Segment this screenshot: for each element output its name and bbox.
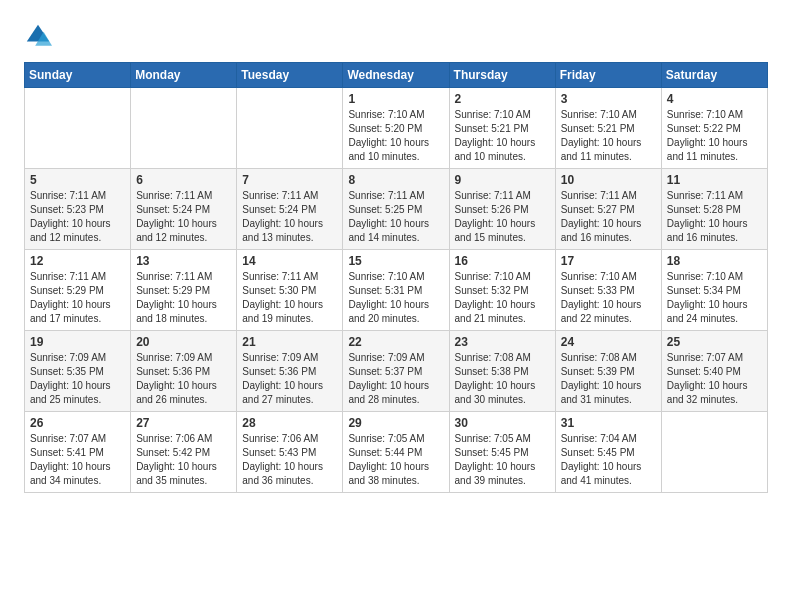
calendar-day-cell: 10Sunrise: 7:11 AM Sunset: 5:27 PM Dayli… bbox=[555, 169, 661, 250]
calendar-day-header: Sunday bbox=[25, 63, 131, 88]
calendar-header-row: SundayMondayTuesdayWednesdayThursdayFrid… bbox=[25, 63, 768, 88]
calendar-day-cell: 7Sunrise: 7:11 AM Sunset: 5:24 PM Daylig… bbox=[237, 169, 343, 250]
calendar-week-row: 1Sunrise: 7:10 AM Sunset: 5:20 PM Daylig… bbox=[25, 88, 768, 169]
calendar-week-row: 19Sunrise: 7:09 AM Sunset: 5:35 PM Dayli… bbox=[25, 331, 768, 412]
calendar-day-cell: 16Sunrise: 7:10 AM Sunset: 5:32 PM Dayli… bbox=[449, 250, 555, 331]
day-info: Sunrise: 7:10 AM Sunset: 5:32 PM Dayligh… bbox=[455, 270, 550, 326]
day-info: Sunrise: 7:11 AM Sunset: 5:29 PM Dayligh… bbox=[30, 270, 125, 326]
day-info: Sunrise: 7:11 AM Sunset: 5:24 PM Dayligh… bbox=[136, 189, 231, 245]
calendar-day-cell: 9Sunrise: 7:11 AM Sunset: 5:26 PM Daylig… bbox=[449, 169, 555, 250]
day-number: 1 bbox=[348, 92, 443, 106]
day-number: 25 bbox=[667, 335, 762, 349]
day-info: Sunrise: 7:11 AM Sunset: 5:29 PM Dayligh… bbox=[136, 270, 231, 326]
day-info: Sunrise: 7:10 AM Sunset: 5:21 PM Dayligh… bbox=[561, 108, 656, 164]
calendar-day-cell: 6Sunrise: 7:11 AM Sunset: 5:24 PM Daylig… bbox=[131, 169, 237, 250]
day-info: Sunrise: 7:09 AM Sunset: 5:35 PM Dayligh… bbox=[30, 351, 125, 407]
logo bbox=[24, 20, 56, 50]
logo-icon bbox=[24, 22, 52, 50]
day-info: Sunrise: 7:08 AM Sunset: 5:38 PM Dayligh… bbox=[455, 351, 550, 407]
day-number: 9 bbox=[455, 173, 550, 187]
day-info: Sunrise: 7:10 AM Sunset: 5:31 PM Dayligh… bbox=[348, 270, 443, 326]
day-number: 30 bbox=[455, 416, 550, 430]
calendar-day-cell: 28Sunrise: 7:06 AM Sunset: 5:43 PM Dayli… bbox=[237, 412, 343, 493]
day-number: 28 bbox=[242, 416, 337, 430]
day-number: 13 bbox=[136, 254, 231, 268]
calendar-day-cell: 25Sunrise: 7:07 AM Sunset: 5:40 PM Dayli… bbox=[661, 331, 767, 412]
day-info: Sunrise: 7:11 AM Sunset: 5:26 PM Dayligh… bbox=[455, 189, 550, 245]
day-number: 26 bbox=[30, 416, 125, 430]
day-number: 22 bbox=[348, 335, 443, 349]
day-number: 23 bbox=[455, 335, 550, 349]
day-number: 16 bbox=[455, 254, 550, 268]
day-number: 4 bbox=[667, 92, 762, 106]
day-number: 29 bbox=[348, 416, 443, 430]
calendar-day-cell: 27Sunrise: 7:06 AM Sunset: 5:42 PM Dayli… bbox=[131, 412, 237, 493]
day-info: Sunrise: 7:11 AM Sunset: 5:23 PM Dayligh… bbox=[30, 189, 125, 245]
calendar-day-cell: 1Sunrise: 7:10 AM Sunset: 5:20 PM Daylig… bbox=[343, 88, 449, 169]
day-info: Sunrise: 7:06 AM Sunset: 5:43 PM Dayligh… bbox=[242, 432, 337, 488]
day-number: 12 bbox=[30, 254, 125, 268]
day-number: 14 bbox=[242, 254, 337, 268]
calendar-day-cell bbox=[661, 412, 767, 493]
day-info: Sunrise: 7:11 AM Sunset: 5:27 PM Dayligh… bbox=[561, 189, 656, 245]
calendar-day-header: Tuesday bbox=[237, 63, 343, 88]
day-info: Sunrise: 7:10 AM Sunset: 5:34 PM Dayligh… bbox=[667, 270, 762, 326]
day-number: 11 bbox=[667, 173, 762, 187]
calendar-day-header: Wednesday bbox=[343, 63, 449, 88]
day-number: 3 bbox=[561, 92, 656, 106]
calendar-day-cell: 29Sunrise: 7:05 AM Sunset: 5:44 PM Dayli… bbox=[343, 412, 449, 493]
calendar-day-cell: 18Sunrise: 7:10 AM Sunset: 5:34 PM Dayli… bbox=[661, 250, 767, 331]
day-number: 31 bbox=[561, 416, 656, 430]
day-info: Sunrise: 7:11 AM Sunset: 5:28 PM Dayligh… bbox=[667, 189, 762, 245]
day-info: Sunrise: 7:11 AM Sunset: 5:24 PM Dayligh… bbox=[242, 189, 337, 245]
day-info: Sunrise: 7:10 AM Sunset: 5:33 PM Dayligh… bbox=[561, 270, 656, 326]
calendar-week-row: 12Sunrise: 7:11 AM Sunset: 5:29 PM Dayli… bbox=[25, 250, 768, 331]
day-number: 2 bbox=[455, 92, 550, 106]
calendar-week-row: 26Sunrise: 7:07 AM Sunset: 5:41 PM Dayli… bbox=[25, 412, 768, 493]
day-info: Sunrise: 7:04 AM Sunset: 5:45 PM Dayligh… bbox=[561, 432, 656, 488]
day-info: Sunrise: 7:11 AM Sunset: 5:30 PM Dayligh… bbox=[242, 270, 337, 326]
day-number: 15 bbox=[348, 254, 443, 268]
day-number: 10 bbox=[561, 173, 656, 187]
day-info: Sunrise: 7:10 AM Sunset: 5:20 PM Dayligh… bbox=[348, 108, 443, 164]
calendar-day-cell: 30Sunrise: 7:05 AM Sunset: 5:45 PM Dayli… bbox=[449, 412, 555, 493]
day-number: 20 bbox=[136, 335, 231, 349]
day-number: 8 bbox=[348, 173, 443, 187]
header bbox=[24, 20, 768, 50]
calendar-day-cell: 17Sunrise: 7:10 AM Sunset: 5:33 PM Dayli… bbox=[555, 250, 661, 331]
calendar-day-cell: 12Sunrise: 7:11 AM Sunset: 5:29 PM Dayli… bbox=[25, 250, 131, 331]
calendar-day-header: Saturday bbox=[661, 63, 767, 88]
calendar-day-cell: 23Sunrise: 7:08 AM Sunset: 5:38 PM Dayli… bbox=[449, 331, 555, 412]
day-number: 18 bbox=[667, 254, 762, 268]
day-info: Sunrise: 7:10 AM Sunset: 5:21 PM Dayligh… bbox=[455, 108, 550, 164]
calendar-day-cell: 2Sunrise: 7:10 AM Sunset: 5:21 PM Daylig… bbox=[449, 88, 555, 169]
day-number: 19 bbox=[30, 335, 125, 349]
calendar-day-cell: 11Sunrise: 7:11 AM Sunset: 5:28 PM Dayli… bbox=[661, 169, 767, 250]
calendar-day-cell: 20Sunrise: 7:09 AM Sunset: 5:36 PM Dayli… bbox=[131, 331, 237, 412]
day-info: Sunrise: 7:08 AM Sunset: 5:39 PM Dayligh… bbox=[561, 351, 656, 407]
calendar-day-cell: 3Sunrise: 7:10 AM Sunset: 5:21 PM Daylig… bbox=[555, 88, 661, 169]
day-number: 5 bbox=[30, 173, 125, 187]
calendar-day-cell: 8Sunrise: 7:11 AM Sunset: 5:25 PM Daylig… bbox=[343, 169, 449, 250]
day-info: Sunrise: 7:11 AM Sunset: 5:25 PM Dayligh… bbox=[348, 189, 443, 245]
day-info: Sunrise: 7:09 AM Sunset: 5:37 PM Dayligh… bbox=[348, 351, 443, 407]
day-info: Sunrise: 7:06 AM Sunset: 5:42 PM Dayligh… bbox=[136, 432, 231, 488]
calendar-day-cell: 31Sunrise: 7:04 AM Sunset: 5:45 PM Dayli… bbox=[555, 412, 661, 493]
calendar-day-cell: 26Sunrise: 7:07 AM Sunset: 5:41 PM Dayli… bbox=[25, 412, 131, 493]
calendar-day-cell: 24Sunrise: 7:08 AM Sunset: 5:39 PM Dayli… bbox=[555, 331, 661, 412]
day-info: Sunrise: 7:07 AM Sunset: 5:41 PM Dayligh… bbox=[30, 432, 125, 488]
calendar-table: SundayMondayTuesdayWednesdayThursdayFrid… bbox=[24, 62, 768, 493]
calendar-day-cell: 13Sunrise: 7:11 AM Sunset: 5:29 PM Dayli… bbox=[131, 250, 237, 331]
calendar-day-cell: 4Sunrise: 7:10 AM Sunset: 5:22 PM Daylig… bbox=[661, 88, 767, 169]
calendar-day-cell bbox=[25, 88, 131, 169]
calendar-day-cell: 19Sunrise: 7:09 AM Sunset: 5:35 PM Dayli… bbox=[25, 331, 131, 412]
day-number: 24 bbox=[561, 335, 656, 349]
calendar-day-header: Monday bbox=[131, 63, 237, 88]
day-info: Sunrise: 7:09 AM Sunset: 5:36 PM Dayligh… bbox=[242, 351, 337, 407]
day-info: Sunrise: 7:07 AM Sunset: 5:40 PM Dayligh… bbox=[667, 351, 762, 407]
day-info: Sunrise: 7:05 AM Sunset: 5:44 PM Dayligh… bbox=[348, 432, 443, 488]
calendar-day-cell bbox=[131, 88, 237, 169]
page: SundayMondayTuesdayWednesdayThursdayFrid… bbox=[0, 0, 792, 612]
day-info: Sunrise: 7:09 AM Sunset: 5:36 PM Dayligh… bbox=[136, 351, 231, 407]
calendar-day-header: Friday bbox=[555, 63, 661, 88]
